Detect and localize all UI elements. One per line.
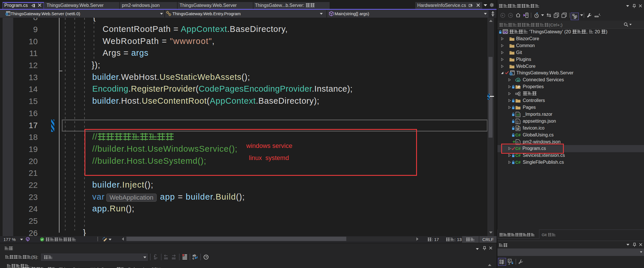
svg-text:A: A xyxy=(509,259,510,262)
svg-text:@: @ xyxy=(516,113,520,116)
svg-text:c: c xyxy=(193,257,194,260)
svg-text:{): {) xyxy=(517,120,519,124)
svg-text:Z: Z xyxy=(509,262,510,265)
